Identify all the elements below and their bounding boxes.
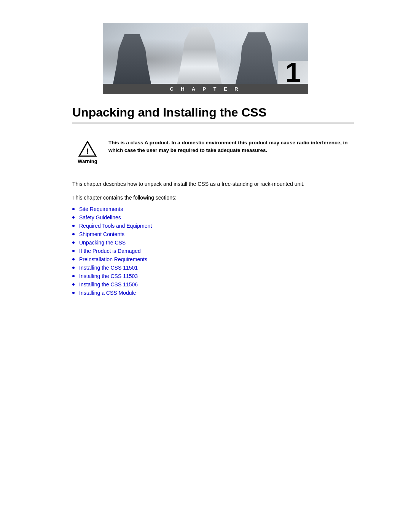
bullet-icon bbox=[72, 267, 75, 269]
section-link[interactable]: Site Requirements bbox=[79, 206, 123, 212]
section-link[interactable]: Safety Guidelines bbox=[79, 214, 121, 220]
warning-label: Warning bbox=[78, 158, 97, 164]
list-item: Installing the CSS 11501 bbox=[72, 265, 354, 271]
section-link[interactable]: Unpacking the CSS bbox=[79, 240, 126, 246]
page-container: 1 C H A P T E R Unpacking and Installing… bbox=[0, 23, 411, 532]
section-link[interactable]: Installing the CSS 11506 bbox=[79, 281, 138, 288]
content-area: Unpacking and Installing the CSS ! Warni… bbox=[72, 94, 354, 296]
warning-section: ! Warning This is a class A product. In … bbox=[72, 133, 354, 170]
bullet-icon bbox=[72, 275, 75, 277]
bullet-icon bbox=[72, 250, 75, 252]
warning-triangle-icon: ! bbox=[78, 141, 97, 157]
section-link[interactable]: If the Product is Damaged bbox=[79, 248, 141, 254]
list-item: Safety Guidelines bbox=[72, 214, 354, 220]
section-link[interactable]: Installing a CSS Module bbox=[79, 290, 136, 296]
bullet-icon bbox=[72, 233, 75, 235]
chapter-number-overlay: 1 bbox=[278, 61, 308, 84]
intro-paragraph-2: This chapter contains the following sect… bbox=[72, 193, 354, 202]
bullet-icon bbox=[72, 225, 75, 227]
bullet-icon bbox=[72, 283, 75, 286]
list-item: If the Product is Damaged bbox=[72, 248, 354, 254]
section-link[interactable]: Installing the CSS 11503 bbox=[79, 273, 138, 279]
section-link[interactable]: Shipment Contents bbox=[79, 231, 124, 237]
bullet-icon bbox=[72, 216, 75, 219]
bullet-icon bbox=[72, 258, 75, 260]
chapter-header: 1 C H A P T E R bbox=[103, 23, 308, 94]
list-item: Installing the CSS 11506 bbox=[72, 281, 354, 288]
list-item: Site Requirements bbox=[72, 206, 354, 212]
list-item: Installing the CSS 11503 bbox=[72, 273, 354, 279]
svg-text:!: ! bbox=[86, 147, 89, 156]
intro-paragraph-1: This chapter describes how to unpack and… bbox=[72, 180, 354, 188]
page-title: Unpacking and Installing the CSS bbox=[72, 105, 354, 120]
title-rule bbox=[72, 123, 354, 123]
list-item: Preinstallation Requirements bbox=[72, 256, 354, 262]
person-silhouette-2 bbox=[175, 27, 224, 84]
person-silhouette-1 bbox=[113, 34, 151, 84]
section-link[interactable]: Preinstallation Requirements bbox=[79, 256, 147, 262]
warning-icon-area: ! Warning bbox=[72, 139, 103, 164]
list-item: Required Tools and Equipment bbox=[72, 223, 354, 229]
section-link[interactable]: Required Tools and Equipment bbox=[79, 223, 152, 229]
bullet-icon bbox=[72, 241, 75, 244]
warning-text: This is a class A product. In a domestic… bbox=[108, 139, 354, 155]
list-item: Shipment Contents bbox=[72, 231, 354, 237]
person-silhouette-3 bbox=[236, 32, 277, 84]
list-item: Installing a CSS Module bbox=[72, 290, 354, 296]
chapter-label: C H A P T E R bbox=[170, 86, 241, 92]
list-item: Unpacking the CSS bbox=[72, 240, 354, 246]
section-link[interactable]: Installing the CSS 11501 bbox=[79, 265, 138, 271]
header-image: 1 bbox=[103, 23, 308, 84]
sections-list: Site RequirementsSafety GuidelinesRequir… bbox=[72, 206, 354, 296]
bullet-icon bbox=[72, 208, 75, 210]
chapter-number: 1 bbox=[285, 59, 301, 84]
chapter-label-bar: C H A P T E R bbox=[103, 84, 308, 94]
bullet-icon bbox=[72, 292, 75, 294]
